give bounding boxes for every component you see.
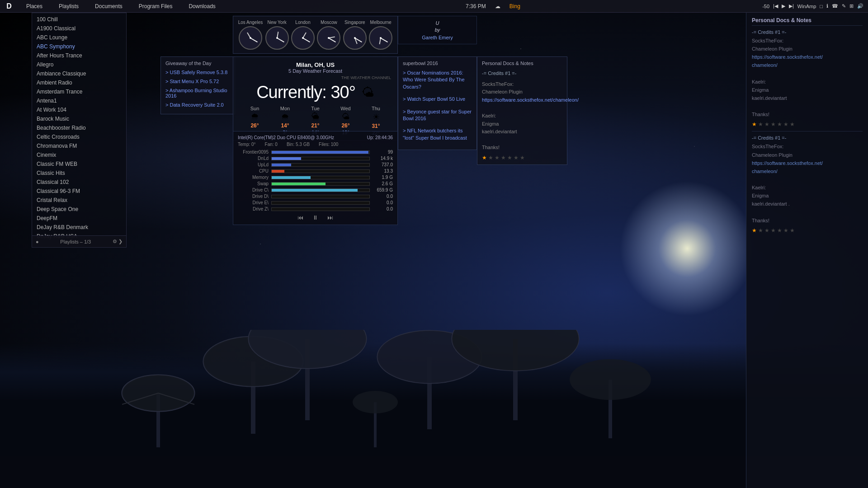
right-panel: Personal Docs & Notes -= Credits #1 =- S… xyxy=(746,13,868,488)
nav-documents[interactable]: Documents xyxy=(87,1,131,11)
clock-london: London xyxy=(291,20,315,50)
right-credits-body-1: SocksTheFox: Chameleon Plugin https://so… xyxy=(752,37,863,118)
prev-track-btn[interactable]: ⏮ xyxy=(297,214,303,221)
right-credits-body-2: SocksTheFox: Chameleon Plugin https://so… xyxy=(752,142,863,224)
giveaway-item[interactable]: > Data Recovery Suite 2.0 xyxy=(165,101,230,108)
nav-downloads[interactable]: Downloads xyxy=(180,1,223,11)
bin-label: Bin: 5.3 GB xyxy=(287,142,310,147)
nav-playlists[interactable]: Playlists xyxy=(51,1,87,11)
superbowl-item-2[interactable]: > Watch Super Bowl 50 Live xyxy=(403,95,472,103)
giveaway-item[interactable]: > Ashampoo Burning Studio 2016 xyxy=(165,87,230,99)
uptime: Up: 28:44:36 xyxy=(367,135,393,140)
right-rating-1: ★ ★ ★ ★ ★ ★ ★ xyxy=(752,121,863,127)
nav-program-files[interactable]: Program Files xyxy=(131,1,181,11)
next-track-btn[interactable]: ⏭ xyxy=(327,214,333,221)
sysmon-row-drive-z: Drive Z\ 0.0 xyxy=(238,206,393,211)
svg-rect-0 xyxy=(0,456,868,488)
sysmon-row-drive-d: Drive D\ 0.0 xyxy=(238,194,393,199)
clock-singapore: Singapore xyxy=(343,20,367,50)
nowplaying-song: U xyxy=(403,20,472,27)
sky-light xyxy=(619,181,755,316)
list-item[interactable]: Amsterdam Trance xyxy=(32,87,126,96)
sysmon-row-drive-e: Drive E\ 0.0 xyxy=(238,200,393,205)
docs-center-title: Personal Docs & Notes xyxy=(482,61,562,66)
list-item[interactable]: DeepFM xyxy=(32,214,126,223)
next-icon[interactable]: ▶| xyxy=(789,3,794,9)
cloud-icon: ☁ xyxy=(495,3,500,9)
weather-widget: Milan, OH, US 5 Day Weather Forecast THE… xyxy=(233,56,398,141)
list-item[interactable]: Allegro xyxy=(32,60,126,69)
list-item[interactable]: Cristal Relax xyxy=(32,196,126,205)
edit-icon[interactable]: ✎ xyxy=(842,3,846,9)
list-item[interactable]: 100 Chill xyxy=(32,15,126,24)
fan-label: Fan: 0 xyxy=(265,142,278,147)
speaker-icon[interactable]: 🔊 xyxy=(857,3,863,9)
sysmon-row-swap: Swap 2.6 G xyxy=(238,181,393,186)
list-item[interactable]: Chromanova FM xyxy=(32,141,126,150)
svg-point-21 xyxy=(570,359,651,400)
sysmon-row-frontier: Frontier0095 99 xyxy=(238,150,393,155)
superbowl-item-3[interactable]: > Beyonce guest star for Super Bowl 2016 xyxy=(403,108,472,123)
grid-icon[interactable]: ⊞ xyxy=(849,3,854,9)
clocks-row: Los Angeles New York London xyxy=(237,20,394,50)
weather-channel: THE WEATHER CHANNEL xyxy=(240,75,391,80)
list-item[interactable]: Cinemix xyxy=(32,150,126,160)
topbar-right: -50 |◀ ▶ ▶| WinAmp □ ℹ ☎ ✎ ⊞ 🔊 xyxy=(762,3,868,9)
phone-icon[interactable]: ☎ xyxy=(832,3,838,9)
pause-btn[interactable]: ⏸ xyxy=(312,214,318,221)
list-item[interactable]: Ambient Radio xyxy=(32,78,126,87)
list-item[interactable]: Classical 96-3 FM xyxy=(32,187,126,196)
current-time: 7:36 PM xyxy=(466,3,486,9)
weather-current: Currently: 30° 🌤 xyxy=(240,83,391,102)
prev-icon[interactable]: |◀ xyxy=(773,3,778,9)
list-item[interactable]: DeJay R&B Denmark xyxy=(32,223,126,232)
sysmon-row-dnld: DnLd 14.9 k xyxy=(238,156,393,161)
list-item[interactable]: A1900 Classical xyxy=(32,24,126,33)
right-credits-head-1: -= Credits #1 =- xyxy=(752,29,863,35)
playlist-settings-icon[interactable]: ⚙ ❯ xyxy=(113,239,123,244)
giveaway-item[interactable]: > Start Menu X Pro 5.72 xyxy=(165,78,230,85)
list-item-abc-symphony[interactable]: ABC Symphony xyxy=(32,42,126,51)
list-item[interactable]: Ambiance Classique xyxy=(32,69,126,78)
list-item[interactable]: Classic Hits xyxy=(32,169,126,178)
list-item[interactable]: Beachbooster Radio xyxy=(32,123,126,132)
list-item[interactable]: Deep Space One xyxy=(32,205,126,214)
nav-places[interactable]: Places xyxy=(18,1,51,11)
playlist-panel: 100 Chill A1900 Classical ABC Lounge ABC… xyxy=(32,13,127,248)
docs-rating: ★ ★ ★ ★ ★ ★ ★ xyxy=(482,155,562,161)
play-icon[interactable]: ▶ xyxy=(782,3,785,9)
giveaway-item[interactable]: > USB Safely Remove 5.3.8 xyxy=(165,69,230,76)
docs-center-widget: Personal Docs & Notes -= Credits #1 =- S… xyxy=(477,56,567,165)
volume-label: -50 xyxy=(762,4,769,9)
current-weather-icon: 🌤 xyxy=(362,85,374,100)
list-item[interactable]: ABC Lounge xyxy=(32,33,126,42)
superbowl-title: superbowl 2016 xyxy=(403,61,472,66)
nowplaying-widget: U by Gareth Emery xyxy=(398,16,477,44)
info-icon[interactable]: ℹ xyxy=(826,3,828,9)
temp-label: Temp: 0° xyxy=(238,142,256,147)
bing-label: Bing xyxy=(509,3,520,9)
docs-credits-head: -= Credits #1 =- SocksTheFox: Chameleon … xyxy=(482,70,562,152)
winamp-icon: □ xyxy=(820,4,823,9)
clock-new-york: New York xyxy=(265,20,289,50)
list-item[interactable]: Barock Music xyxy=(32,114,126,123)
list-item-after-hours[interactable]: After Hours Trance xyxy=(32,51,126,60)
superbowl-item-4[interactable]: > NFL Network butchers its "lost" Super … xyxy=(403,127,472,142)
list-item[interactable]: At Work 104 xyxy=(32,105,126,114)
nav-menu: Places Playlists Documents Program Files… xyxy=(18,1,224,11)
sysmon-row-upld: UpLd 737.0 xyxy=(238,162,393,167)
sysmon-row-memory: Memory 1.9 G xyxy=(238,175,393,180)
clock-melbourne: Melbourne xyxy=(369,20,392,50)
list-item[interactable]: Classical 102 xyxy=(32,178,126,187)
right-panel-title: Personal Docs & Notes xyxy=(752,17,863,26)
playlist-footer: ● Playlists – 1/3 ⚙ ❯ xyxy=(32,235,126,247)
giveaway-widget: Giveaway of the Day > USB Safely Remove … xyxy=(160,56,235,114)
superbowl-widget: superbowl 2016 > Oscar Nominations 2016:… xyxy=(398,56,477,150)
list-item[interactable]: Celtic Crossroads xyxy=(32,132,126,141)
list-item[interactable]: Antena1 xyxy=(32,96,126,105)
superbowl-item-1[interactable]: > Oscar Nominations 2016: Who Were Snubb… xyxy=(403,69,472,91)
list-item[interactable]: Classic FM WEB xyxy=(32,160,126,169)
dishes-scene xyxy=(0,330,868,488)
right-separator xyxy=(752,131,863,131)
files-label: Files: 100 xyxy=(319,142,338,147)
